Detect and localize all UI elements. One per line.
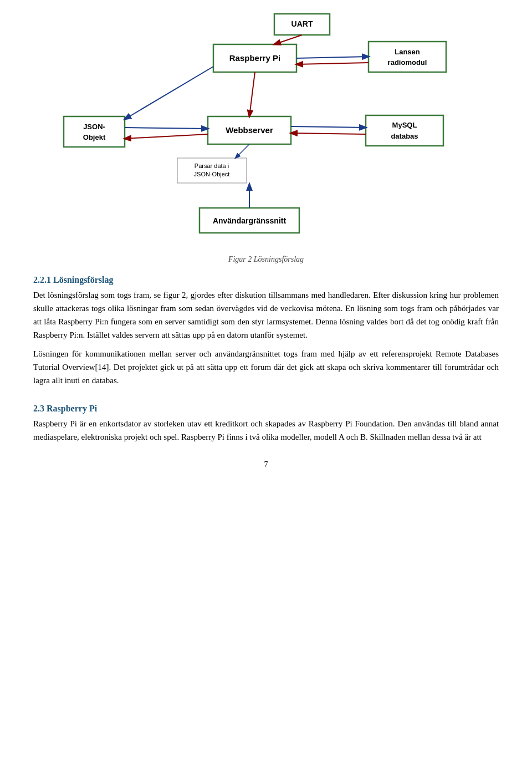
section-23-para1: Raspberry Pi är en enkortsdator av storl…: [33, 417, 499, 444]
svg-text:radiomodul: radiomodul: [388, 58, 427, 67]
page-number: 7: [33, 460, 499, 469]
svg-text:Raspberry Pi: Raspberry Pi: [229, 53, 281, 63]
svg-line-24: [125, 67, 213, 119]
section-221-heading: 2.2.1 Lösningsförslag: [33, 275, 499, 285]
svg-text:MySQL: MySQL: [392, 121, 417, 129]
svg-rect-4: [369, 42, 446, 72]
section-23-heading: 2.3 Raspberry Pi: [33, 404, 499, 414]
svg-text:JSON-Object: JSON-Object: [194, 171, 230, 177]
diagram-svg: UART Raspberry Pi Lansen radiomodul JSON…: [58, 11, 474, 250]
svg-rect-12: [366, 115, 443, 146]
svg-line-23: [249, 72, 255, 116]
svg-text:Lansen: Lansen: [395, 48, 420, 56]
page: UART Raspberry Pi Lansen radiomodul JSON…: [0, 0, 532, 768]
svg-line-21: [296, 57, 369, 58]
section-221-para1: Det lösningsförslag som togs fram, se fi…: [33, 288, 499, 342]
svg-text:Parsar data i: Parsar data i: [195, 162, 229, 169]
svg-text:databas: databas: [391, 132, 418, 140]
svg-text:UART: UART: [291, 19, 313, 28]
svg-line-26: [125, 134, 208, 139]
svg-line-20: [274, 35, 302, 44]
svg-text:JSON-: JSON-: [83, 123, 105, 131]
diagram-container: UART Raspberry Pi Lansen radiomodul JSON…: [33, 11, 499, 250]
svg-line-22: [296, 63, 369, 64]
svg-rect-7: [64, 116, 125, 147]
svg-text:Webbserver: Webbserver: [226, 125, 273, 135]
svg-line-25: [125, 128, 208, 129]
section-221-para2: Lösningen för kommunikationen mellan ser…: [33, 347, 499, 387]
svg-text:Användargränssnitt: Användargränssnitt: [213, 216, 287, 225]
figure-caption: Figur 2 Lösningsförslag: [33, 255, 499, 264]
svg-line-27: [291, 126, 366, 128]
svg-text:Objekt: Objekt: [83, 133, 106, 141]
svg-line-28: [291, 133, 366, 134]
svg-line-29: [236, 144, 249, 158]
